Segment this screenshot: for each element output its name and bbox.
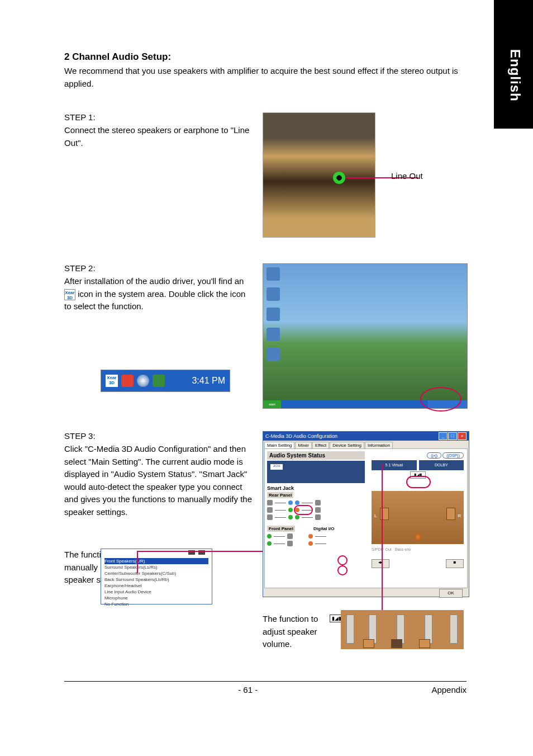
status-panel: 2CH xyxy=(267,461,365,483)
callout-circle xyxy=(337,565,348,575)
play-button: ◂▸ xyxy=(372,559,389,568)
ok-button: OK xyxy=(439,589,463,598)
close-icon: × xyxy=(458,432,467,440)
callout-line xyxy=(137,551,138,573)
desktop-icon xyxy=(266,287,280,301)
callout-circle xyxy=(294,505,313,515)
callout-circle xyxy=(420,387,461,412)
callout-circle xyxy=(337,555,348,565)
jack-row xyxy=(267,507,365,513)
step2-text: After installation of the audio driver, … xyxy=(64,275,254,313)
speaker-room: L R xyxy=(372,491,464,544)
pill: ((•)) xyxy=(427,452,441,459)
xear3d-icon xyxy=(64,289,75,300)
callout-line xyxy=(382,464,383,612)
minimize-icon: _ xyxy=(439,432,448,440)
speaker-label: R xyxy=(458,513,461,518)
desktop-icon xyxy=(266,348,280,361)
right-area: ((•)) ((DSP)) 5.1 Virtual DOLBY ▮◢▮ xyxy=(372,452,464,584)
desktop-icon xyxy=(266,328,280,341)
callout-circle xyxy=(406,476,431,488)
desktop-icon xyxy=(266,267,280,281)
speaker-label: L xyxy=(374,513,377,518)
window-title: C-Media 3D Audio Configuration xyxy=(265,432,337,441)
page-footer: - 61 - Appendix xyxy=(64,681,467,694)
start-button: start xyxy=(263,400,281,408)
volume-caption: The function to adjust speaker volume. xyxy=(263,613,327,651)
status-title: Audio System Status xyxy=(267,451,365,460)
main-panel: Audio System Status 2CH Smart Jack Rear … xyxy=(264,448,468,588)
tray-icon xyxy=(137,375,149,387)
desktop-screenshot: start xyxy=(263,263,468,409)
pill: ((DSP)) xyxy=(442,452,464,459)
page-number: - 61 - xyxy=(238,685,258,694)
config-window: C-Media 3D Audio Configuration _ □ × Mai… xyxy=(263,431,469,597)
mode-badge: 2CH xyxy=(270,464,283,470)
dropdown-option: Front Speakers(L/R) xyxy=(104,558,208,564)
speaker-icon xyxy=(363,639,374,648)
tray-icon xyxy=(153,375,165,387)
dropdown-screenshot: Front Speakers(L/R) Surround Speakers(Ls… xyxy=(101,549,212,604)
side-tab-label: English xyxy=(507,49,523,102)
badge: DOLBY xyxy=(419,460,464,470)
tab: Information xyxy=(365,442,393,448)
dropdown-option: Earphone/Headset xyxy=(104,583,208,589)
dropdown-option: Line Input Audio Device xyxy=(104,589,208,595)
desktop-icons xyxy=(266,267,283,368)
page-content: 2 Channel Audio Setup: We recommend that… xyxy=(64,51,467,666)
desktop-icon xyxy=(266,308,280,321)
volume-slider xyxy=(450,615,458,644)
systray-screenshot: 3:41 PM xyxy=(101,370,230,392)
step2-text-part1: After installation of the audio driver, … xyxy=(64,276,244,286)
taskbar: start xyxy=(263,400,467,408)
dropdown-option: Back Surround Speakers(Lb/Rb) xyxy=(104,577,208,583)
step1-hardware-image xyxy=(263,112,375,238)
jack-row xyxy=(267,514,365,520)
step3-text: Click "C-Media 3D Audio Configuration" a… xyxy=(64,443,254,518)
front-panel-label: Front Panel xyxy=(267,526,295,532)
line-out-label: Line Out xyxy=(391,171,423,181)
intro-paragraph: We recommend that you use speakers with … xyxy=(64,65,467,90)
listener-icon xyxy=(414,533,422,541)
dropdown-option: Microphone xyxy=(104,595,208,601)
digital-io-label: Digital I/O xyxy=(312,526,336,532)
tab: Mixer xyxy=(295,442,312,448)
line-out-jack xyxy=(333,172,345,184)
step1-block: STEP 1: Connect the stereo speakers or e… xyxy=(64,112,467,241)
rear-panel-label: Rear Panel xyxy=(267,492,293,498)
tray-icon xyxy=(121,375,134,387)
dropdown-option: Center/Subwoofer Speakers(C/Sub) xyxy=(104,570,208,577)
step2-text-part2: icon in the system area. Double click th… xyxy=(64,289,245,311)
volume-screenshot xyxy=(341,610,464,649)
jack-row xyxy=(267,533,365,539)
section-heading: 2 Channel Audio Setup: xyxy=(64,51,467,63)
tray-clock: 3:41 PM xyxy=(192,376,225,386)
tab: Main Setting xyxy=(264,442,294,448)
speaker-icon xyxy=(391,639,402,648)
jack-row xyxy=(267,541,365,546)
dropdown-option: Surround Speakers(Ls/Rs) xyxy=(104,564,208,570)
speaker-right xyxy=(446,508,455,520)
step1-text: Connect the stereo speakers or earphone … xyxy=(64,124,254,149)
speaker-icon xyxy=(419,639,430,648)
xear3d-tray-icon xyxy=(106,375,118,387)
volume-slider xyxy=(346,615,354,644)
dropdown-option: No Function xyxy=(104,601,208,607)
smartjack-title: Smart Jack xyxy=(267,485,365,491)
step2-block: STEP 2: After installation of the audio … xyxy=(64,263,467,409)
bassenv-label: Bass env xyxy=(395,547,411,551)
stop-button: ■ xyxy=(446,559,464,568)
window-buttons: _ □ × xyxy=(439,432,467,440)
tab: Effect xyxy=(312,442,329,448)
window-titlebar: C-Media 3D Audio Configuration _ □ × xyxy=(263,432,469,441)
tab: Device Setting xyxy=(330,442,364,448)
section-name: Appendix xyxy=(431,685,467,694)
step3-block: STEP 3: Click "C-Media 3D Audio Configur… xyxy=(64,431,467,666)
maximize-icon: □ xyxy=(448,432,457,440)
jack-row xyxy=(267,500,365,505)
badge: 5.1 Virtual xyxy=(372,460,417,470)
tabs: Main Setting Mixer Effect Device Setting… xyxy=(263,441,469,448)
